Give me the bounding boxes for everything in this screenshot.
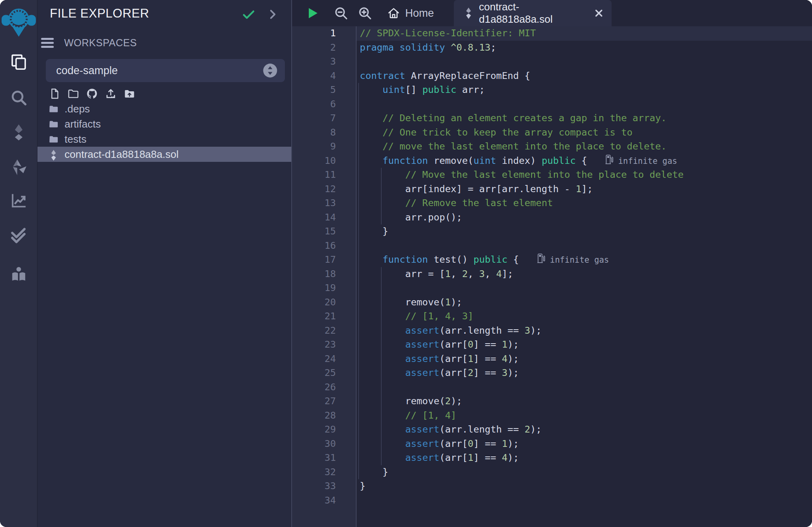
code-line-2: pragma solidity ^0.8.13; [357, 41, 812, 55]
select-updown-icon [263, 63, 278, 78]
line-number: 24 [292, 352, 336, 366]
workspaces-menu-icon[interactable] [41, 36, 54, 49]
line-number: 13 [292, 196, 336, 210]
line-number: 22 [292, 324, 336, 338]
code-line-28: // [1, 4] [357, 409, 812, 423]
zoom-out-icon[interactable] [333, 0, 349, 26]
create-new-folder-icon[interactable] [67, 88, 79, 100]
line-number: 29 [292, 423, 336, 437]
activity-bar [0, 0, 37, 527]
line-number: 33 [292, 479, 336, 494]
line-number: 31 [292, 451, 336, 465]
line-number: 30 [292, 437, 336, 451]
line-number: 10 [292, 154, 336, 168]
folder-icon [49, 119, 59, 129]
folder-icon [49, 104, 59, 114]
code-line-11: // Move the last element into the place … [357, 168, 812, 182]
tab-contract-file[interactable]: contract-d1a8818a8a.sol [454, 0, 612, 26]
activity-learneth-icon[interactable] [0, 265, 37, 283]
line-number: 34 [292, 494, 336, 508]
line-number: 26 [292, 380, 336, 395]
gas-pump-icon [536, 253, 546, 268]
workspace-selected-value: code-sample [56, 65, 263, 77]
code-line-27: remove(2); [357, 394, 812, 409]
activity-deploy-and-run-icon[interactable] [0, 158, 37, 177]
home-icon [387, 6, 400, 20]
line-number: 17 [292, 253, 336, 267]
workspaces-header: WORKSPACES [41, 36, 137, 49]
run-script-button[interactable] [305, 0, 320, 26]
gas-estimate-label: infinite gas [618, 154, 677, 169]
activity-solidity-compiler-icon[interactable] [0, 123, 37, 142]
solidity-file-icon [463, 7, 474, 19]
code-line-33: } [357, 479, 812, 494]
workspaces-label: WORKSPACES [64, 37, 137, 49]
panel-header: FILE EXPLORER [37, 6, 291, 24]
line-number: 6 [292, 97, 336, 112]
activity-unit-testing-icon[interactable] [0, 226, 37, 244]
activity-file-explorer-icon[interactable] [0, 53, 37, 71]
code-line-34 [357, 494, 812, 508]
gas-pump-icon [604, 154, 614, 169]
line-number: 11 [292, 168, 336, 182]
code-line-22: assert(arr.length == 3); [357, 324, 812, 338]
line-number: 14 [292, 210, 336, 225]
tab-home[interactable]: Home [381, 0, 439, 26]
code-line-8: // One trick to keep the array compact i… [357, 126, 812, 140]
tree-item-artifacts[interactable]: artifacts [37, 116, 291, 132]
line-number: 3 [292, 55, 336, 69]
line-number: 28 [292, 409, 336, 423]
upload-file-icon[interactable] [105, 88, 117, 100]
tree-item-label: contract-d1a8818a8a.sol [65, 148, 178, 161]
activity-search-icon[interactable] [0, 88, 37, 107]
code-line-6 [357, 97, 812, 112]
code-line-19 [357, 281, 812, 295]
gas-estimate-label: infinite gas [550, 253, 609, 267]
zoom-in-icon[interactable] [357, 0, 373, 26]
line-number: 9 [292, 140, 336, 154]
code-line-20: remove(1); [357, 295, 812, 310]
tree-item-label: .deps [65, 103, 90, 115]
line-number: 20 [292, 295, 336, 310]
remix-ide-window: FILE EXPLORER WORKSPACES code-sample .de… [0, 0, 812, 527]
create-new-file-icon[interactable] [49, 88, 61, 100]
code-line-17: function test() public {infinite gas [357, 253, 812, 267]
code-line-29: assert(arr.length == 2); [357, 423, 812, 437]
code-line-21: // [1, 4, 3] [357, 309, 812, 324]
line-number: 16 [292, 239, 336, 253]
code-line-14: arr.pop(); [357, 210, 812, 225]
tree-item-tests[interactable]: tests [37, 132, 291, 147]
chevron-right-icon[interactable] [266, 8, 279, 21]
activity-static-analysis-icon[interactable] [0, 191, 37, 210]
panel-title: FILE EXPLORER [50, 6, 149, 21]
line-number-gutter: 1234567891011121314151617181920212223242… [292, 26, 357, 527]
folder-icon [49, 134, 59, 144]
remix-logo[interactable] [2, 3, 36, 37]
code-line-3 [357, 55, 812, 69]
code-line-32: } [357, 465, 812, 480]
code-line-25: assert(arr[2] == 3); [357, 366, 812, 380]
tree-item-contract-d1a8818a8a-sol[interactable]: contract-d1a8818a8a.sol [37, 147, 291, 162]
solidity-file-icon [49, 149, 59, 159]
code-line-18: arr = [1, 2, 3, 4]; [357, 267, 812, 281]
code-line-30: assert(arr[0] == 1); [357, 437, 812, 451]
code-line-16 [357, 239, 812, 253]
tree-item--deps[interactable]: .deps [37, 101, 291, 116]
code-line-1: // SPDX-License-Identifier: MIT [357, 26, 812, 41]
line-number: 19 [292, 281, 336, 295]
close-tab-icon[interactable] [593, 8, 604, 19]
code-view[interactable]: // SPDX-License-Identifier: MITpragma so… [357, 26, 812, 527]
line-number: 7 [292, 111, 336, 126]
line-number: 8 [292, 126, 336, 140]
code-line-9: // move the last element into the place … [357, 140, 812, 154]
workspace-select[interactable]: code-sample [46, 59, 285, 82]
file-explorer-panel: FILE EXPLORER WORKSPACES code-sample .de… [37, 0, 292, 527]
line-number: 18 [292, 267, 336, 281]
clone-git-repository-icon[interactable] [86, 88, 98, 100]
tab-home-label: Home [405, 7, 434, 20]
line-number: 1 [292, 26, 336, 41]
gas-estimate-badge: infinite gas [536, 253, 609, 268]
code-line-23: assert(arr[0] == 1); [357, 338, 812, 352]
code-line-13: // Remove the last element [357, 196, 812, 210]
upload-folder-icon[interactable] [124, 88, 135, 100]
